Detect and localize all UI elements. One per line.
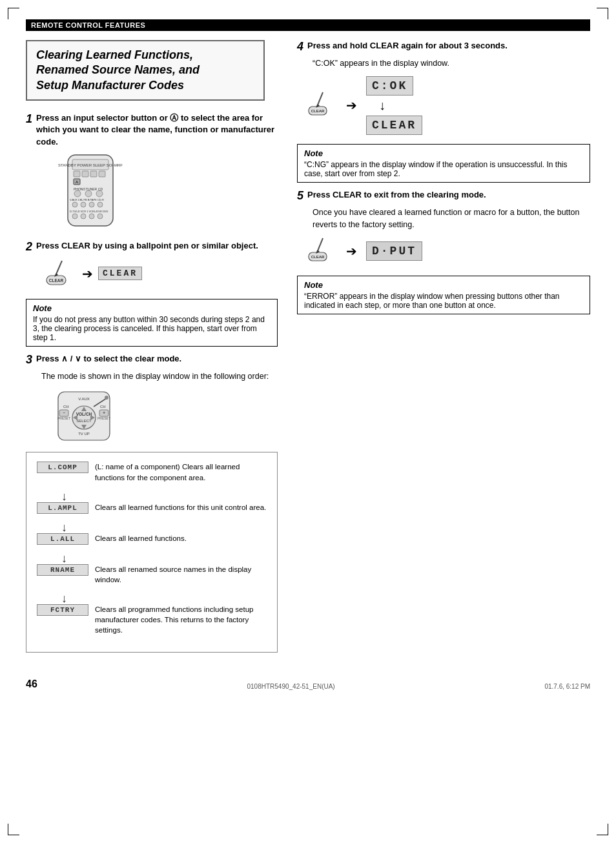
svg-point-24 <box>98 214 103 219</box>
svg-text:TV UP: TV UP <box>78 432 90 436</box>
step2-heading: Press CLEAR by using a ballpoint pen or … <box>36 240 258 252</box>
svg-rect-5 <box>90 171 97 177</box>
step-1: 1 Press an input selector button or Ⓐ to… <box>26 112 278 231</box>
svg-text:VOL/CH: VOL/CH <box>76 412 92 416</box>
section-header: REMOTE CONTROL FEATURES <box>26 19 590 31</box>
down-arrow-3: ↓ <box>61 553 267 564</box>
note2-title: Note <box>304 148 583 158</box>
step2-display: CLEAR ➔ CLEAR <box>41 258 278 290</box>
step5-heading: Press CLEAR to exit from the clearing mo… <box>307 189 486 201</box>
note-2: Note “C:NG” appears in the display windo… <box>297 144 590 183</box>
right-column: 4 Press and hold CLEAR again for about 3… <box>297 40 590 321</box>
mode-lcd-4: RNAME <box>37 564 88 576</box>
step-2: 2 Press CLEAR by using a ballpoint pen o… <box>26 240 278 290</box>
mode-row-4: RNAME Clears all renamed source names in… <box>37 564 267 585</box>
mode-desc-4: Clears all renamed source names in the d… <box>95 564 267 585</box>
step2-number: 2 <box>26 240 32 254</box>
mode-desc-3: Clears all learned functions. <box>95 533 267 543</box>
svg-text:CLEAR: CLEAR <box>311 109 325 113</box>
corner-mark-tl <box>8 8 19 19</box>
svg-text:CH: CH <box>63 405 69 409</box>
svg-point-23 <box>89 214 94 219</box>
svg-point-16 <box>72 202 77 207</box>
step-5: 5 Press CLEAR to exit from the clearing … <box>297 189 590 267</box>
mode-row-5: FCTRY Clears all programmed functions in… <box>37 604 267 635</box>
mode-lcd-1: L.COMP <box>37 462 88 473</box>
note3-title: Note <box>304 280 583 290</box>
svg-point-21 <box>72 214 77 219</box>
step4-number: 4 <box>297 40 303 54</box>
svg-rect-4 <box>82 171 88 177</box>
step4-heading: Press and hold CLEAR again for about 3 s… <box>307 40 508 52</box>
svg-point-17 <box>81 202 86 207</box>
corner-mark-br <box>597 824 608 835</box>
remote-vol-ch: V.AUX CH CH VOL/CH SELECT <box>45 389 123 443</box>
svg-point-19 <box>98 202 103 207</box>
svg-point-13 <box>85 190 92 197</box>
page-number: 46 <box>26 678 37 690</box>
left-column: Clearing Learned Functions, Renamed Sour… <box>26 40 278 662</box>
down-arrow-2: ↓ <box>61 522 267 533</box>
svg-text:STANDBY POWER SLEEP SOI-MRF: STANDBY POWER SLEEP SOI-MRF <box>58 163 123 167</box>
arrow-step5: ➔ <box>346 243 357 259</box>
svg-text:CLEAR: CLEAR <box>311 255 325 259</box>
header-label: REMOTE CONTROL FEATURES <box>31 21 145 29</box>
footer-date: 01.7.6, 6:12 PM <box>544 683 590 690</box>
step-4: 4 Press and hold CLEAR again for about 3… <box>297 40 590 135</box>
arrow-icon: ➔ <box>82 266 93 281</box>
svg-text:SELECT: SELECT <box>76 419 92 423</box>
svg-point-14 <box>96 190 103 197</box>
svg-point-22 <box>81 214 86 219</box>
note2-text: “C:NG” appears in the display window if … <box>304 160 583 178</box>
svg-text:PRESET: PRESET <box>98 416 110 420</box>
svg-text:+: + <box>103 410 106 416</box>
step-3: 3 Press ∧ / ∨ to select the clear mode. … <box>26 353 278 653</box>
clear-button-step5: CLEAR <box>303 236 337 267</box>
step4-lcd-clear: CLEAR <box>366 116 422 135</box>
mode-desc-2: Clears all learned functions for this un… <box>95 502 267 513</box>
step3-number: 3 <box>26 353 32 367</box>
svg-text:A: A <box>76 180 78 184</box>
note3-text: “ERROR” appears in the display window wh… <box>304 292 583 310</box>
corner-mark-tr <box>597 8 608 19</box>
note1-title: Note <box>33 303 271 313</box>
step4-lcd-cok: C:OK <box>366 76 413 96</box>
note1-text: If you do not press any button within 30… <box>33 315 271 342</box>
svg-point-18 <box>89 202 94 207</box>
page-title: Clearing Learned Functions, Renamed Sour… <box>36 48 254 93</box>
arrow-step4: ➔ <box>346 97 357 113</box>
mode-lcd-2: L.AMPL <box>37 502 88 514</box>
svg-text:−: − <box>63 411 65 415</box>
svg-text:CLEAR: CLEAR <box>49 278 64 283</box>
svg-text:V.AUX: V.AUX <box>78 397 89 401</box>
step1-heading: Press an input selector button or Ⓐ to s… <box>36 112 278 148</box>
step2-lcd-display: CLEAR <box>98 267 142 280</box>
mode-desc-5: Clears all programmed functions includin… <box>95 604 267 635</box>
clear-button-step4: CLEAR <box>303 90 337 121</box>
step5-body: Once you have cleared a learned function… <box>313 207 590 231</box>
svg-rect-6 <box>99 171 105 177</box>
note-1: Note If you do not press any button with… <box>26 299 278 347</box>
svg-rect-3 <box>74 171 80 177</box>
mode-row-2: L.AMPL Clears all learned functions for … <box>37 502 267 514</box>
mode-desc-1: (L: name of a component) Clears all lear… <box>95 462 267 482</box>
svg-point-48 <box>105 396 108 400</box>
mode-flow-box: L.COMP (L: name of a component) Clears a… <box>26 452 278 653</box>
remote-image-step1: STANDBY POWER SLEEP SOI-MRF A PHONO TUNE… <box>45 152 136 229</box>
footer-code: 0108HTR5490_42-51_EN(UA) <box>247 683 335 690</box>
svg-point-12 <box>74 190 81 197</box>
down-arrow-step4: ↓ <box>366 98 385 113</box>
svg-text:D-TV/LD VCR 1 VCRL/DVR DVD: D-TV/LD VCR 1 VCRL/DVR DVD <box>70 210 108 213</box>
svg-text:PRESET: PRESET <box>57 416 70 420</box>
note-3: Note “ERROR” appears in the display wind… <box>297 276 590 314</box>
page-footer: 46 0108HTR5490_42-51_EN(UA) 01.7.6, 6:12… <box>26 675 590 690</box>
step5-lcd: D·PUT <box>366 241 422 261</box>
mode-row-1: L.COMP (L: name of a component) Clears a… <box>37 462 267 482</box>
svg-text:CH: CH <box>100 405 106 409</box>
down-arrow-1: ↓ <box>61 491 267 502</box>
step3-body: The mode is shown in the display window … <box>41 371 278 383</box>
step1-number: 1 <box>26 112 32 126</box>
clear-button-pen: CLEAR <box>41 258 77 290</box>
title-box: Clearing Learned Functions, Renamed Sour… <box>26 40 265 101</box>
down-arrow-4: ↓ <box>61 593 267 604</box>
